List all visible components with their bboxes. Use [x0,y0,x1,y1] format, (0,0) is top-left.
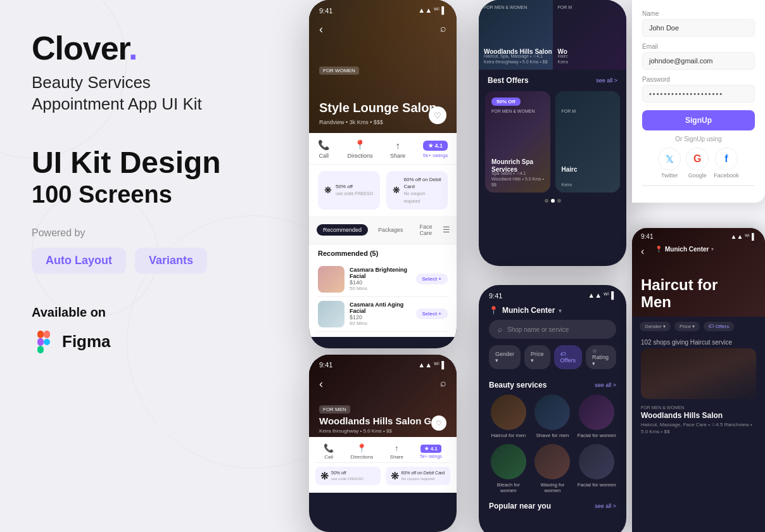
phone1-offer-2-text: 60% off on Debit CardNo coupon required [404,176,442,205]
phone1-select-btn-1[interactable]: Select + [416,274,448,284]
phone2-favorite-button[interactable]: ♡ [431,415,446,431]
tab-recommended[interactable]: Recommended [317,224,368,236]
phone4-see-all[interactable]: see all > [595,382,616,388]
munich-location-row[interactable]: 📍 Munich Center ▾ [655,246,756,253]
service-label-facial: Facial for women [578,433,616,439]
munich-filter-price[interactable]: Price ▾ [674,322,700,331]
service-img-haircut [491,395,526,430]
filter-gender[interactable]: Gender ▾ [489,345,521,369]
phone3-card-woodlands[interactable]: FOR MEN & WOMEN Woodlands Hills Salon Ha… [479,0,553,70]
phone2-share[interactable]: ↑ Share [390,443,403,460]
phone1-offer-2[interactable]: ❋ 60% off on Debit CardNo coupon require… [386,171,448,210]
phone-style-lounge: 9:41 ▲▲ ᵂⁱ ▌ ‹ ⌕ FOR WOMEN Style Lounge … [309,0,457,348]
figma-label: Figma [62,332,111,352]
phone1-offer-1[interactable]: ❋ 50% offuse code FREESO [318,171,380,210]
phone1-search-icon[interactable]: ⌕ [440,23,446,34]
munich-shops-count: 102 shops giving Haircut service [632,336,765,348]
phone1-rec-info-2: Casmara Anti Aging Facial $120 60 Mins [350,301,411,326]
filter-rating[interactable]: ☆ Rating ▾ [586,345,616,369]
phone3-see-all[interactable]: see all > [596,77,617,84]
phone4-popular-see-all[interactable]: see all > [595,503,616,509]
munich-shop-info: FOR MEN & WOMEN Woodlands Hills Salon Ha… [632,399,765,441]
phone2-share-icon: ↑ [395,443,399,453]
phone4-location-text: Munich Center [502,306,555,315]
munich-filter-gender[interactable]: Gender ▾ [640,322,671,331]
password-field-group: Password •••••••••••••••••••• [642,76,755,103]
phone1-time: 9:41 [319,7,332,15]
password-input[interactable]: •••••••••••••••••••• [642,85,755,103]
phone4-search-box[interactable]: ⌕ Shop name or service [489,320,616,339]
phone1-directions-label: Directions [347,153,372,159]
phone2-share-label: Share [390,454,403,460]
email-field-group: Email johndoe@gmail.com [642,43,755,70]
phone2-search-icon[interactable]: ⌕ [440,377,446,389]
facebook-login-btn[interactable]: f Facebook [714,148,739,179]
phone1-select-btn-2[interactable]: Select + [416,308,448,319]
phone3-card-wo[interactable]: FOR M Wo HaircKeira [553,0,627,70]
filter-offers[interactable]: 🏷 Offers [554,345,582,369]
phone3-card2-badge: FOR M [558,5,572,10]
signup-button[interactable]: SignUp [642,110,755,130]
phone2-rating: ★ 4.1 5k+ ratings [420,445,441,459]
signup-divider [642,185,755,186]
phone1-back-button[interactable]: ‹ [319,23,323,36]
service-shave-men[interactable]: Shave for men [533,395,572,439]
munich-chevron-icon: ▾ [711,246,714,252]
google-login-btn[interactable]: G Google [686,148,709,179]
phone2-offer-1[interactable]: ❋ 50% offuse code FREESO [315,467,381,485]
social-login-options: 𝕏 Twitter G Google f Facebook [642,148,755,179]
phone1-call-action[interactable]: 📞 Call [318,139,330,159]
location-icon: 📍 [354,139,366,151]
filter-price[interactable]: Price ▾ [524,345,550,369]
phone2-call[interactable]: 📞 Call [324,443,334,460]
phone3-offer2-sub: Keira [562,182,572,187]
phone3-top-cards: FOR MEN & WOMEN Woodlands Hills Salon Ha… [479,0,626,70]
phone1-rec-img-2 [318,301,345,327]
phone3-offer-cards: 50% Off FOR MEN & WOMEN Mounrich Spa Ser… [479,91,626,193]
phone4-location-row[interactable]: 📍 Munich Center ▾ [479,306,626,320]
tag-variants[interactable]: Variants [135,248,207,274]
phone3-offer2-card[interactable]: FOR M Hairc Keira [555,91,621,193]
munich-signal: ▲▲ ᵂⁱ ▌ [731,233,756,240]
service-haircut-men[interactable]: Haircut for men [489,395,528,439]
munich-back-button[interactable]: ‹ [641,246,644,257]
dot-3 [557,199,561,203]
phone3-offer1-category: FOR MEN & WOMEN [491,109,534,113]
twitter-login-btn[interactable]: 𝕏 Twitter [658,148,681,179]
phone2-back-button[interactable]: ‹ [319,377,323,391]
phone3-best-offers-title: Best Offers [488,76,529,85]
service-waxing-women[interactable]: Waxing for women [533,444,572,494]
powered-by-label: Powered by [32,227,272,239]
figma-badge: Figma [32,330,272,354]
phone2-offer-2[interactable]: ❋ 60% off on Debit CardNo coupon require… [386,467,451,485]
phone1-favorite-button[interactable]: ♡ [429,106,446,124]
phone1-category-badge: FOR WOMEN [319,66,359,75]
phone3-mounrich-offer[interactable]: 50% Off FOR MEN & WOMEN Mounrich Spa Ser… [485,91,550,193]
brand-tagline: Beauty Services Appointment App UI Kit [32,72,272,115]
phone1-hero: 9:41 ▲▲ ᵂⁱ ▌ ‹ ⌕ FOR WOMEN Style Lounge … [309,0,457,133]
left-panel: Clover. Beauty Services Appointment App … [0,0,304,532]
phone1-rec-price-1: $140 [350,279,411,286]
more-options-icon[interactable]: ☰ [443,225,450,234]
service-img-bleach [491,444,526,479]
tab-face-care[interactable]: Face Care [414,221,439,239]
phone1-share-action[interactable]: ↑ Share [390,140,405,159]
name-input[interactable]: John Doe [642,19,755,37]
service-facial-women[interactable]: Facial for women [577,395,616,439]
munich-filter-offers[interactable]: 🏷 Offers [704,322,734,331]
email-input[interactable]: johndoe@gmail.com [642,52,755,70]
dot-1 [545,199,548,203]
phone1-directions-action[interactable]: 📍 Directions [347,139,372,159]
phone2-offer-icon-2: ❋ [391,470,399,482]
tab-packages[interactable]: Packages [372,224,410,236]
service-facial-women-2[interactable]: Facial for women [577,444,616,494]
munich-status-bar: 9:41 ▲▲ ᵂⁱ ▌ [641,233,756,240]
phone2-directions[interactable]: 📍 Directions [351,443,374,460]
phone-woodlands-hills: 9:41 ▲▲ ᵂⁱ ▌ ‹ ⌕ FOR MEN Woodlands Hills… [309,355,457,532]
password-label: Password [642,76,755,83]
tag-auto-layout[interactable]: Auto Layout [32,248,126,274]
phone3-card2-sub: HaircKeira [558,53,568,65]
ui-kit-heading: UI Kit Design [32,147,272,179]
munich-haircut-card: 9:41 ▲▲ ᵂⁱ ▌ ‹ 📍 Munich Center ▾ Haircut… [632,228,765,532]
service-bleach-women[interactable]: Bleach for women [489,444,528,494]
